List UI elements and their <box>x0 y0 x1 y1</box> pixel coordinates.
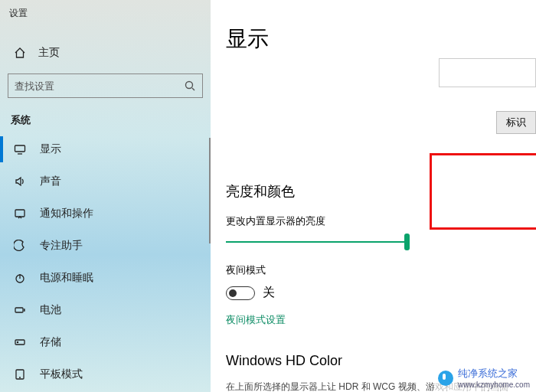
sidebar-nav: 显示 声音 通知和操作 专注助手 电源和睡眠 电池 <box>0 133 211 392</box>
night-mode-state: 关 <box>263 285 275 301</box>
search-icon <box>184 80 196 92</box>
toggle-knob <box>229 289 237 297</box>
svg-rect-4 <box>15 308 23 312</box>
battery-icon <box>14 304 26 316</box>
power-icon <box>14 272 26 284</box>
display-icon <box>14 143 26 155</box>
sidebar-item-label: 显示 <box>40 142 61 156</box>
sidebar-item-label: 专注助手 <box>40 239 83 253</box>
slider-track <box>226 241 410 243</box>
sidebar-item-label: 声音 <box>40 175 61 188</box>
sidebar-item-sound[interactable]: 声音 <box>0 165 211 198</box>
sidebar-home-label: 主页 <box>38 46 60 60</box>
sidebar-item-display[interactable]: 显示 <box>0 133 211 165</box>
sound-icon <box>14 175 26 188</box>
storage-icon <box>14 336 26 348</box>
night-mode-toggle[interactable] <box>226 286 255 300</box>
svg-point-6 <box>17 341 18 342</box>
night-mode-label: 夜间模式 <box>226 263 521 277</box>
notification-icon <box>14 207 26 220</box>
search-settings[interactable] <box>8 74 203 98</box>
sidebar-item-focus[interactable]: 专注助手 <box>0 230 211 262</box>
slider-thumb[interactable] <box>404 234 410 250</box>
svg-rect-1 <box>15 145 25 152</box>
svg-rect-2 <box>15 210 25 217</box>
page-title: 显示 <box>226 24 536 54</box>
sidebar-item-label: 平板模式 <box>40 368 83 381</box>
sidebar-item-label: 电源和睡眠 <box>40 271 93 285</box>
watermark-title: 纯净系统之家 <box>458 367 530 381</box>
focus-icon <box>14 240 26 252</box>
sidebar-item-tablet[interactable]: 平板模式 <box>0 358 211 390</box>
tablet-icon <box>14 368 26 381</box>
window-title: 设置 <box>0 0 211 24</box>
display-search-field[interactable] <box>439 58 536 87</box>
watermark: 纯净系统之家 www.kzmyhome.com <box>435 365 533 390</box>
brightness-slider[interactable] <box>226 236 410 248</box>
watermark-url: www.kzmyhome.com <box>458 381 530 389</box>
svg-point-0 <box>186 82 193 89</box>
sidebar-item-notifications[interactable]: 通知和操作 <box>0 198 211 230</box>
settings-sidebar: 设置 主页 系统 显示 声音 <box>0 0 211 392</box>
watermark-icon <box>438 371 453 386</box>
sidebar-item-label: 存储 <box>40 335 61 349</box>
sidebar-item-label: 通知和操作 <box>40 207 93 220</box>
sidebar-home[interactable]: 主页 <box>0 38 211 67</box>
night-mode-settings-link[interactable]: 夜间模式设置 <box>226 313 521 327</box>
sidebar-item-label: 电池 <box>40 303 61 317</box>
main-content: 显示 标识 亮度和颜色 更改内置显示器的亮度 夜间模式 关 夜间模式设置 Win… <box>211 0 536 392</box>
search-input[interactable] <box>15 80 184 92</box>
sidebar-section-label: 系统 <box>0 107 211 133</box>
annotation-highlight <box>430 153 536 230</box>
identify-button[interactable]: 标识 <box>496 111 536 134</box>
sidebar-item-battery[interactable]: 电池 <box>0 294 211 326</box>
sidebar-item-storage[interactable]: 存储 <box>0 326 211 358</box>
sidebar-item-power[interactable]: 电源和睡眠 <box>0 262 211 294</box>
home-icon <box>14 47 26 59</box>
